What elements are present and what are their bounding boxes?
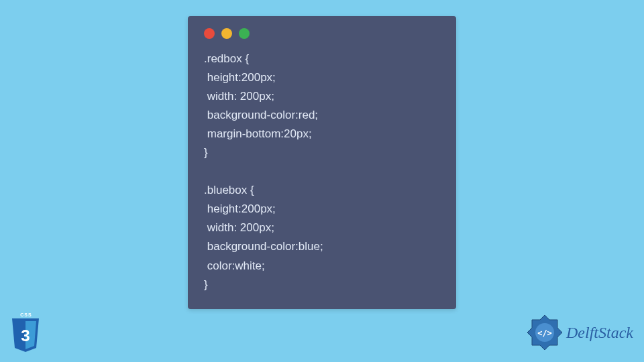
delftstack-logo: </> DelftStack bbox=[526, 314, 633, 351]
traffic-lights bbox=[204, 28, 440, 39]
code-window: .redbox { height:200px; width: 200px; ba… bbox=[188, 16, 456, 309]
svg-text:</>: </> bbox=[537, 328, 552, 338]
code-content: .redbox { height:200px; width: 200px; ba… bbox=[204, 50, 440, 294]
traffic-light-yellow-icon bbox=[221, 28, 232, 39]
delftstack-emblem-icon: </> bbox=[526, 314, 564, 351]
css-badge-label: CSS bbox=[9, 312, 42, 317]
traffic-light-green-icon bbox=[239, 28, 250, 39]
traffic-light-red-icon bbox=[204, 28, 215, 39]
css3-badge-icon: CSS 3 bbox=[9, 312, 42, 353]
brand-name: DelftStack bbox=[566, 324, 633, 342]
css-badge-version: 3 bbox=[21, 326, 30, 345]
